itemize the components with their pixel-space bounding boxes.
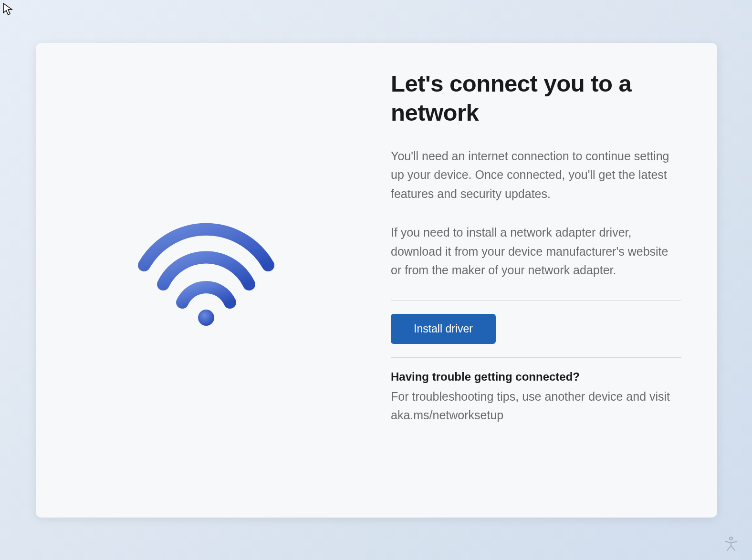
wifi-icon [135,222,278,329]
cursor-icon [2,2,14,17]
troubleshoot-text: For troubleshooting tips, use another de… [391,387,681,425]
accessibility-icon[interactable] [723,536,739,551]
page-title: Let's connect you to a network [391,69,681,128]
svg-point-1 [730,537,732,540]
illustration-panel [36,43,376,518]
description-primary: You'll need an internet connection to co… [391,147,681,204]
svg-point-0 [198,310,214,326]
install-driver-button[interactable]: Install driver [391,314,496,344]
button-section: Install driver [391,301,681,357]
setup-card: Let's connect you to a network You'll ne… [36,43,717,518]
troubleshoot-heading: Having trouble getting connected? [391,370,681,384]
content-panel: Let's connect you to a network You'll ne… [376,43,717,518]
troubleshoot-section: Having trouble getting connected? For tr… [391,358,681,425]
description-secondary: If you need to install a network adapter… [391,223,681,280]
